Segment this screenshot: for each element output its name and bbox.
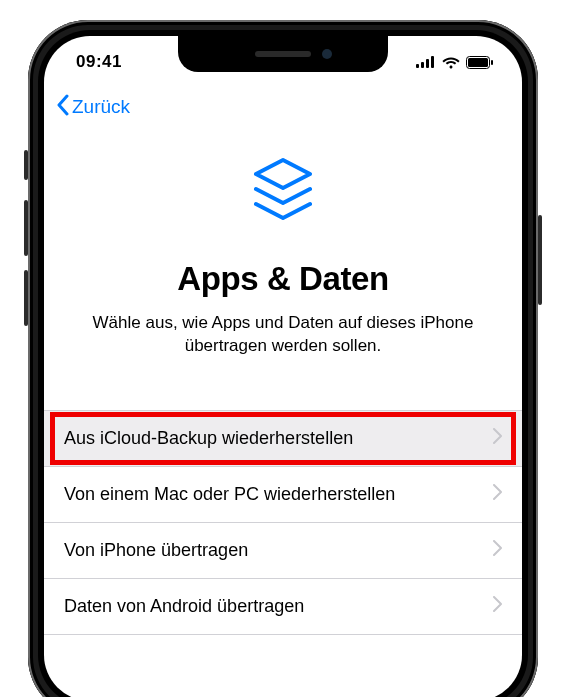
option-iphone-transfer[interactable]: Von iPhone übertragen xyxy=(44,523,522,579)
silent-switch xyxy=(24,150,28,180)
svg-rect-3 xyxy=(431,56,434,68)
nav-bar: Zurück xyxy=(44,84,522,130)
chevron-right-icon xyxy=(493,428,502,448)
screen: 09:41 Zu xyxy=(44,36,522,697)
svg-rect-6 xyxy=(491,60,493,65)
option-label: Aus iCloud-Backup wiederherstellen xyxy=(64,427,373,450)
option-android[interactable]: Daten von Android übertragen xyxy=(44,579,522,635)
chevron-right-icon xyxy=(493,596,502,616)
svg-rect-0 xyxy=(416,64,419,68)
chevron-left-icon xyxy=(56,94,70,121)
option-label: Daten von Android übertragen xyxy=(64,595,324,618)
svg-rect-1 xyxy=(421,62,424,68)
svg-rect-2 xyxy=(426,59,429,68)
option-label: Von iPhone übertragen xyxy=(64,539,268,562)
chevron-right-icon xyxy=(493,540,502,560)
page-subtitle: Wähle aus, wie Apps und Daten auf dieses… xyxy=(44,312,522,358)
options-list: Aus iCloud-Backup wiederherstellen Von e… xyxy=(44,410,522,635)
cellular-icon xyxy=(416,56,436,68)
volume-down-button xyxy=(24,270,28,326)
page-title: Apps & Daten xyxy=(44,260,522,298)
power-button xyxy=(538,215,542,305)
back-label: Zurück xyxy=(72,96,130,118)
battery-icon xyxy=(466,56,494,69)
option-icloud-backup[interactable]: Aus iCloud-Backup wiederherstellen xyxy=(44,411,522,467)
layers-icon xyxy=(242,150,324,236)
volume-up-button xyxy=(24,200,28,256)
hero-icon-wrapper xyxy=(44,150,522,236)
status-time: 09:41 xyxy=(76,48,122,72)
option-label: Von einem Mac oder PC wiederherstellen xyxy=(64,483,415,506)
wifi-icon xyxy=(442,56,460,69)
chevron-right-icon xyxy=(493,484,502,504)
back-button[interactable]: Zurück xyxy=(56,94,130,121)
notch xyxy=(178,36,388,72)
device-frame: 09:41 Zu xyxy=(28,20,538,697)
svg-rect-5 xyxy=(468,58,488,67)
option-mac-pc[interactable]: Von einem Mac oder PC wiederherstellen xyxy=(44,467,522,523)
